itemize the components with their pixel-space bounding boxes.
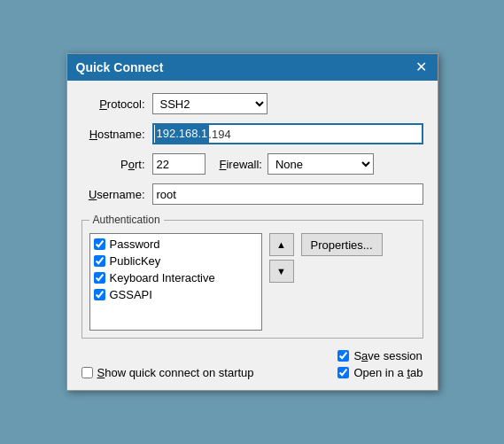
bottom-left: Show quick connect on startup <box>81 366 254 379</box>
auth-up-button[interactable]: ▲ <box>269 233 294 256</box>
hostname-label: Hostname: <box>81 128 152 141</box>
quick-connect-dialog: Quick Connect ✕ Protocol: SSH2 SSH1 Teln… <box>66 53 438 391</box>
open-in-tab-checkbox-label[interactable]: Open in a tab <box>337 366 423 379</box>
firewall-label: Firewall: <box>220 158 262 171</box>
auth-item-publickey[interactable]: PublicKey <box>94 254 258 268</box>
close-button[interactable]: ✕ <box>414 60 429 74</box>
save-session-checkbox[interactable] <box>337 350 349 362</box>
protocol-row: Protocol: SSH2 SSH1 Telnet SFTP FTP <box>81 93 423 114</box>
port-label: Port: <box>81 158 152 171</box>
firewall-select[interactable]: None Firewall1 <box>268 153 374 175</box>
auth-label-gssapi: GSSAPI <box>110 288 152 301</box>
auth-arrow-buttons: ▲ ▼ <box>269 233 294 283</box>
authentication-group: Authentication Password PublicKey Keyboa… <box>81 214 423 339</box>
authentication-content: Password PublicKey Keyboard Interactive … <box>89 233 415 331</box>
auth-down-button[interactable]: ▼ <box>269 260 294 283</box>
show-quick-connect-checkbox[interactable] <box>81 367 93 378</box>
auth-list-box: Password PublicKey Keyboard Interactive … <box>89 233 262 331</box>
bottom-right: Save session Open in a tab <box>337 349 423 379</box>
dialog-title: Quick Connect <box>76 60 164 74</box>
hostname-field-wrapper: 192.168.1 <box>152 123 423 144</box>
username-input[interactable] <box>152 183 423 205</box>
username-label: Username: <box>81 188 152 201</box>
hostname-input[interactable] <box>152 123 423 144</box>
save-session-checkbox-label[interactable]: Save session <box>337 349 422 362</box>
auth-checkbox-password[interactable] <box>94 238 105 250</box>
auth-item-keyboard[interactable]: Keyboard Interactive <box>94 271 258 284</box>
auth-item-gssapi[interactable]: GSSAPI <box>94 288 258 301</box>
bottom-row: Show quick connect on startup Save sessi… <box>81 349 423 379</box>
protocol-select[interactable]: SSH2 SSH1 Telnet SFTP FTP <box>152 93 268 114</box>
show-quick-connect-label: Show quick connect on startup <box>97 366 254 379</box>
auth-label-password: Password <box>110 238 160 251</box>
hostname-row: Hostname: 192.168.1 <box>81 123 423 144</box>
username-row: Username: <box>81 183 423 205</box>
auth-label-keyboard: Keyboard Interactive <box>110 271 215 284</box>
authentication-legend: Authentication <box>89 214 164 226</box>
auth-label-publickey: PublicKey <box>110 254 161 268</box>
title-bar: Quick Connect ✕ <box>67 54 438 81</box>
auth-checkbox-publickey[interactable] <box>94 255 105 267</box>
open-in-tab-checkbox[interactable] <box>337 367 349 378</box>
show-quick-connect-checkbox-label[interactable]: Show quick connect on startup <box>81 366 254 379</box>
port-firewall-row: Port: Firewall: None Firewall1 <box>81 153 423 175</box>
auth-item-password[interactable]: Password <box>94 238 258 251</box>
dialog-body: Protocol: SSH2 SSH1 Telnet SFTP FTP Host… <box>67 81 438 390</box>
protocol-label: Protocol: <box>81 97 152 111</box>
auth-checkbox-keyboard[interactable] <box>94 272 105 284</box>
properties-button[interactable]: Properties... <box>301 233 383 256</box>
open-in-tab-label: Open in a tab <box>353 366 423 379</box>
port-input[interactable] <box>152 153 205 175</box>
save-session-label: Save session <box>353 349 422 362</box>
auth-checkbox-gssapi[interactable] <box>94 289 105 300</box>
